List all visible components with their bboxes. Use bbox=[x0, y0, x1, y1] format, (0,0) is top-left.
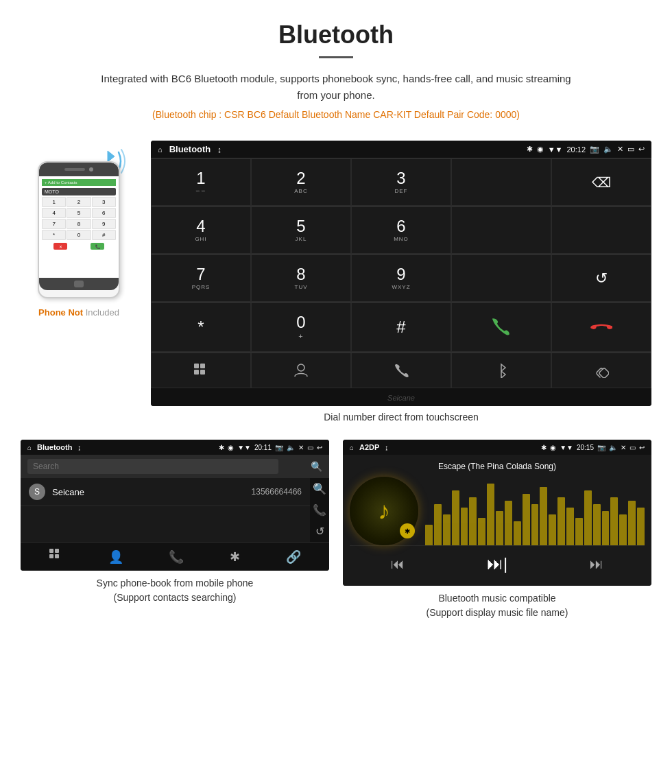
music-cam-icon[interactable]: 📷 bbox=[597, 444, 605, 451]
svg-rect-7 bbox=[49, 549, 53, 553]
pb-usb-icon: ↨ bbox=[77, 444, 81, 451]
dial-bottom-apps-icon[interactable] bbox=[151, 353, 251, 388]
dial-key-2[interactable]: 2 ABC bbox=[251, 158, 351, 206]
dial-key-7[interactable]: 7 PQRS bbox=[151, 254, 251, 302]
eq-bar bbox=[434, 504, 442, 545]
seicane-watermark: Seicane bbox=[387, 394, 415, 402]
music-vol-icon[interactable]: 🔈 bbox=[609, 444, 617, 451]
music-signal-icon: ▼▼ bbox=[560, 444, 573, 451]
eq-bar bbox=[452, 490, 459, 545]
dial-location-icon: ◉ bbox=[537, 145, 544, 154]
dial-bottom-bluetooth-icon[interactable] bbox=[451, 353, 551, 388]
dial-call-green-button[interactable] bbox=[451, 302, 551, 352]
dial-key-8[interactable]: 8 TUV bbox=[251, 254, 351, 302]
svg-rect-1 bbox=[200, 364, 205, 368]
dial-key-backspace[interactable]: ⌫ bbox=[551, 158, 651, 206]
page-description: Integrated with BC6 Bluetooth module, su… bbox=[96, 71, 576, 104]
dial-key-refresh[interactable]: ↺ bbox=[551, 254, 651, 302]
eq-bar bbox=[602, 511, 610, 545]
pb-time: 20:11 bbox=[254, 444, 272, 451]
phonebook-search-bar: 🔍 bbox=[21, 455, 329, 478]
dial-bottom-phone-icon[interactable] bbox=[351, 353, 451, 388]
phonebook-contacts-list: S Seicane 13566664466 bbox=[21, 478, 310, 542]
pb-side-phone-icon[interactable]: 📞 bbox=[313, 503, 326, 516]
dial-key-1[interactable]: 1 ∽∽ bbox=[151, 158, 251, 206]
bottom-screens: ⌂ Bluetooth ↨ ✱ ◉ ▼▼ 20:11 📷 🔈 ✕ ▭ ↩ bbox=[0, 440, 672, 634]
pb-bottom-bluetooth-icon[interactable]: ✱ bbox=[230, 549, 240, 565]
specs-line: (Bluetooth chip : CSR BC6 Default Blueto… bbox=[14, 109, 658, 120]
phone-not-included-label: Phone Not Included bbox=[38, 307, 119, 318]
phonebook-caption: Sync phone-book from mobile phone (Suppo… bbox=[21, 576, 329, 605]
dial-key-empty-r1 bbox=[451, 158, 551, 206]
dial-back-icon[interactable]: ↩ bbox=[638, 145, 645, 154]
pb-bottom-apps-icon[interactable] bbox=[49, 548, 62, 565]
dial-signal-icon: ▼▼ bbox=[548, 145, 563, 154]
pb-vol-icon[interactable]: 🔈 bbox=[287, 444, 295, 451]
dial-key-0[interactable]: 0 + bbox=[251, 302, 351, 352]
eq-bar bbox=[425, 525, 433, 545]
page-header: Bluetooth Integrated with BC6 Bluetooth … bbox=[0, 0, 672, 141]
music-home-icon[interactable]: ⌂ bbox=[350, 444, 354, 451]
dial-volume-icon[interactable]: 🔈 bbox=[603, 145, 613, 154]
music-prev-button[interactable]: ⏮ bbox=[384, 554, 411, 575]
song-title: Escape (The Pina Colada Song) bbox=[438, 462, 556, 471]
phonebook-bottom-bar: 👤 📞 ✱ 🔗 bbox=[21, 542, 329, 571]
pb-side-refresh-icon[interactable]: ↺ bbox=[313, 525, 326, 538]
phonebook-status-bar: ⌂ Bluetooth ↨ ✱ ◉ ▼▼ 20:11 📷 🔈 ✕ ▭ ↩ bbox=[21, 440, 329, 455]
pb-win-icon[interactable]: ▭ bbox=[307, 444, 313, 451]
contact-name: Seicane bbox=[52, 487, 252, 497]
dial-key-empty-r2a bbox=[451, 206, 551, 254]
contact-list-spacer bbox=[21, 506, 310, 541]
eq-bar bbox=[637, 508, 645, 545]
music-bt-icon: ✱ bbox=[541, 444, 547, 451]
dial-key-6[interactable]: 6 MNO bbox=[351, 206, 451, 254]
dial-key-hash[interactable]: # bbox=[351, 302, 451, 352]
pb-cam-icon[interactable]: 📷 bbox=[275, 444, 283, 451]
green-phone-icon bbox=[490, 316, 512, 338]
music-close-icon[interactable]: ✕ bbox=[621, 444, 626, 451]
dial-close-icon[interactable]: ✕ bbox=[617, 145, 623, 154]
eq-bar bbox=[478, 518, 485, 545]
search-icon[interactable]: 🔍 bbox=[311, 461, 322, 472]
dial-key-3[interactable]: 3 DEF bbox=[351, 158, 451, 206]
dial-home-icon[interactable]: ⌂ bbox=[158, 145, 163, 154]
music-time: 20:15 bbox=[577, 444, 594, 451]
music-play-pause-button[interactable]: ⏭| bbox=[480, 551, 514, 576]
music-main-content: Escape (The Pina Colada Song) ♪ ✱ ⏮ bbox=[343, 455, 651, 586]
eq-bar bbox=[496, 511, 503, 545]
music-next-button[interactable]: ⏭ bbox=[583, 554, 610, 575]
music-win-icon[interactable]: ▭ bbox=[629, 444, 636, 451]
pb-bottom-person-icon[interactable]: 👤 bbox=[108, 549, 123, 565]
bluetooth-badge: ✱ bbox=[400, 523, 415, 538]
music-block: ⌂ A2DP ↨ ✱ ◉ ▼▼ 20:15 📷 🔈 ✕ ▭ ↩ bbox=[343, 440, 651, 620]
dial-bottom-link-icon[interactable] bbox=[551, 353, 651, 388]
pb-close-icon[interactable]: ✕ bbox=[298, 444, 304, 451]
dial-key-4[interactable]: 4 GHI bbox=[151, 206, 251, 254]
dial-window-icon[interactable]: ▭ bbox=[627, 145, 634, 154]
svg-rect-9 bbox=[49, 554, 53, 558]
eq-bar bbox=[593, 504, 601, 545]
pb-bottom-phone-icon[interactable]: 📞 bbox=[169, 549, 184, 565]
dial-time: 20:12 bbox=[566, 145, 586, 154]
pb-bottom-link-icon[interactable]: 🔗 bbox=[286, 549, 301, 565]
eq-bar bbox=[514, 521, 521, 545]
svg-line-6 bbox=[600, 369, 603, 372]
phone-mockup: + Add to Contacts MOTO 123 456 789 *0# ✕… bbox=[38, 161, 120, 298]
pb-back-icon[interactable]: ↩ bbox=[317, 444, 322, 451]
phonebook-search-input[interactable] bbox=[27, 459, 278, 474]
eq-bar bbox=[575, 518, 583, 545]
dial-key-9[interactable]: 9 WXYZ bbox=[351, 254, 451, 302]
dial-key-star[interactable]: * bbox=[151, 302, 251, 352]
pb-home-icon[interactable]: ⌂ bbox=[27, 444, 32, 451]
title-divider bbox=[319, 56, 353, 58]
svg-rect-0 bbox=[194, 364, 199, 368]
pb-side-search-icon[interactable]: 🔍 bbox=[313, 482, 326, 495]
dial-bottom-contacts-icon[interactable] bbox=[251, 353, 351, 388]
dial-call-red-button[interactable] bbox=[551, 302, 651, 352]
dial-key-5[interactable]: 5 JKL bbox=[251, 206, 351, 254]
music-back-icon[interactable]: ↩ bbox=[639, 444, 645, 451]
contact-row-seicane[interactable]: S Seicane 13566664466 bbox=[21, 478, 310, 506]
phonebook-content: S Seicane 13566664466 🔍 📞 ↺ bbox=[21, 478, 329, 542]
page-title: Bluetooth bbox=[14, 21, 658, 49]
dial-camera-icon[interactable]: 📷 bbox=[590, 145, 599, 154]
